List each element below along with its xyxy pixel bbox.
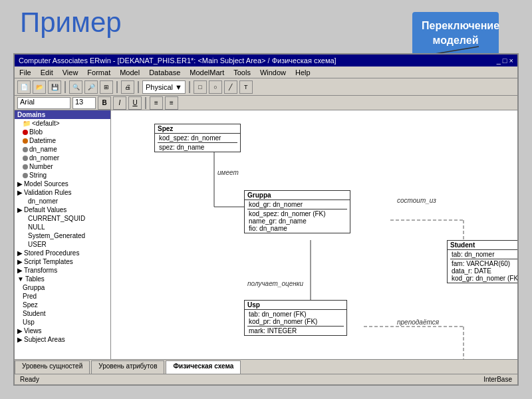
gruppa-row-3: name_gr: dn_name [247,217,347,225]
menu-edit[interactable]: Edit [39,68,55,76]
gruppa-divider [247,209,347,209]
menu-help[interactable]: Help [293,68,313,76]
tree-expand-icon: ▶ [17,180,23,188]
window-controls: _ □ × [497,57,513,65]
menu-model[interactable]: Model [118,68,142,76]
toolbar2: Arial 13 B I U ≡ ≡ [15,96,517,110]
sidebar-item-subject-areas[interactable]: ▶ Subject Areas [15,335,110,344]
menu-view[interactable]: View [61,68,80,76]
usp-row-2: kod_pr: dn_nomer (FK) [247,318,344,325]
sidebar-item-current-squid[interactable]: CURRENT_SQUID [15,214,110,223]
sidebar-item-default-values[interactable]: ▶ Default Values [15,205,110,214]
toolbar-italic[interactable]: I [113,96,126,110]
sidebar-item-user[interactable]: USER [15,240,110,249]
tree-expand-icon: ▶ [17,258,23,265]
tab-sushnosti[interactable]: Уровень сущностей [15,360,90,374]
sidebar-item-blob[interactable]: Blob [15,128,110,136]
toolbar-btn-save[interactable]: 💾 [48,80,61,94]
sidebar-item-student[interactable]: Student [15,309,110,318]
er-table-spez-body: kod_spez: dn_nomer spez: dn_name [155,134,240,152]
window-titlebar: Computer Associates ERwin - [DEKANAT_PHI… [15,55,517,66]
physical-dropdown[interactable]: Physical ▼ [142,80,186,94]
tree-expand-icon: ▶ [17,189,23,196]
sidebar-item-string[interactable]: String [15,171,110,180]
spez-row-1: kod_spez: dn_nomer [158,134,237,142]
sidebar-item-views[interactable]: ▶ Views [15,327,110,335]
er-table-student[interactable]: Student tab: dn_nomer fam: VARCHAR(60) d… [447,240,517,283]
er-table-gruppa-title: Gruppa [245,191,350,200]
sidebar-item-stored-procs[interactable]: ▶ Stored Procedures [15,249,110,257]
er-table-usp-body: tab: dn_nomer (FK) kod_pr: dn_nomer (FK)… [245,310,346,335]
er-table-spez-title: Spez [155,124,240,134]
er-table-usp[interactable]: Usp tab: dn_nomer (FK) kod_pr: dn_nomer … [244,300,347,336]
toolbar-btn-open[interactable]: 📂 [33,80,46,94]
sidebar-item-model-sources[interactable]: ▶ Model Sources [15,180,110,188]
menu-file[interactable]: File [17,68,33,76]
sep3 [138,81,139,93]
toolbar-btn-new[interactable]: 📄 [17,80,31,94]
tree-expand-icon: ▶ [17,206,23,213]
tree-expand-icon: ▼ [17,275,24,283]
toolbar-btn-zoom-in[interactable]: 🔍 [69,80,82,94]
menu-window[interactable]: Window [258,68,288,76]
sidebar-item-script-templates[interactable]: ▶ Script Templates [15,257,110,266]
toolbar-bold[interactable]: B [98,96,111,110]
toolbar-align-left[interactable]: ≡ [150,96,163,110]
menu-tools[interactable]: Tools [231,68,253,76]
dot-icon [23,164,28,170]
toolbar-btn-zoom-out[interactable]: 🔎 [84,80,98,94]
tab-atributov[interactable]: Уровень атрибутов [91,360,164,374]
sidebar-item-dn-nomer[interactable]: dn_nomer [15,154,110,162]
sidebar-item-system-gen[interactable]: System_Generated [15,231,110,240]
sidebar-item-validation-dn[interactable]: dn_nomer [15,197,110,205]
sidebar: Domains 📁 <default> Blob Datetime dn_nam… [15,110,111,359]
toolbar-btn-rect[interactable]: □ [194,80,207,94]
callout-line1: Переключение [422,20,499,31]
toolbar-btn-print[interactable]: 🖨 [121,80,134,94]
dropdown-arrow-icon: ▼ [175,83,182,91]
tab-fizicheskaya[interactable]: Физическая схема [166,360,241,374]
toolbar-btn-fit[interactable]: ⊞ [100,80,113,94]
font-dropdown[interactable]: Arial [17,97,70,109]
er-table-gruppa[interactable]: Gruppa kod_gr: dn_nomer kod_spez: dn_nom… [244,190,350,233]
sidebar-item-spez[interactable]: Spez [15,301,110,309]
sep1 [65,81,66,93]
bottom-tabs: Уровень сущностей Уровень атрибутов Физи… [15,359,517,374]
font-size-dropdown[interactable]: 13 [72,97,96,109]
dot-icon [23,173,28,178]
sidebar-item-pred[interactable]: Pred [15,292,110,301]
sidebar-item-validation-rules[interactable]: ▶ Validation Rules [15,188,110,197]
gruppa-row-2: kod_spez: dn_nomer (FK) [247,210,347,217]
spez-divider [158,142,237,143]
sidebar-item-number[interactable]: Number [15,162,110,171]
sidebar-item-dn-name[interactable]: dn_name [15,145,110,154]
sidebar-item-usp[interactable]: Usp [15,318,110,327]
student-row-4: kod_gr: dn_nomer (FK) [450,275,517,282]
sidebar-item-transforms[interactable]: ▶ Transforms [15,266,110,275]
er-table-student-body: tab: dn_nomer fam: VARCHAR(60) data_r: D… [448,250,517,283]
sidebar-item-default[interactable]: 📁 <default> [15,119,110,128]
er-table-usp-title: Usp [245,301,346,310]
dot-icon [23,138,28,144]
page-title-area: Пример [20,7,122,39]
dot-icon [23,147,28,152]
menu-database[interactable]: Database [147,68,182,76]
sidebar-item-tables[interactable]: ▼ Tables [15,275,110,283]
gruppa-row-1: kod_gr: dn_nomer [247,201,347,208]
toolbar-btn-text[interactable]: T [239,80,253,94]
content-area: Domains 📁 <default> Blob Datetime dn_nam… [15,110,517,359]
callout-line2: моделей [433,35,479,46]
canvas[interactable]: Spez kod_spez: dn_nomer spez: dn_name Gr… [111,110,517,359]
toolbar-btn-line[interactable]: ╱ [224,80,237,94]
sidebar-item-null[interactable]: NULL [15,223,110,231]
toolbar1: 📄 📂 💾 🔍 🔎 ⊞ 🖨 Physical ▼ □ ○ ╱ T [15,78,517,96]
menu-modelmart[interactable]: ModelMart [188,68,226,76]
sidebar-item-gruppa[interactable]: Gruppa [15,283,110,292]
toolbar-btn-ellipse[interactable]: ○ [209,80,222,94]
sidebar-item-datetime[interactable]: Datetime [15,136,110,145]
er-table-spez[interactable]: Spez kod_spez: dn_nomer spez: dn_name [154,124,241,152]
sidebar-header-text: Domains [17,111,45,118]
toolbar-underline[interactable]: U [128,96,142,110]
menu-format[interactable]: Format [85,68,112,76]
toolbar-align-center[interactable]: ≡ [165,96,178,110]
